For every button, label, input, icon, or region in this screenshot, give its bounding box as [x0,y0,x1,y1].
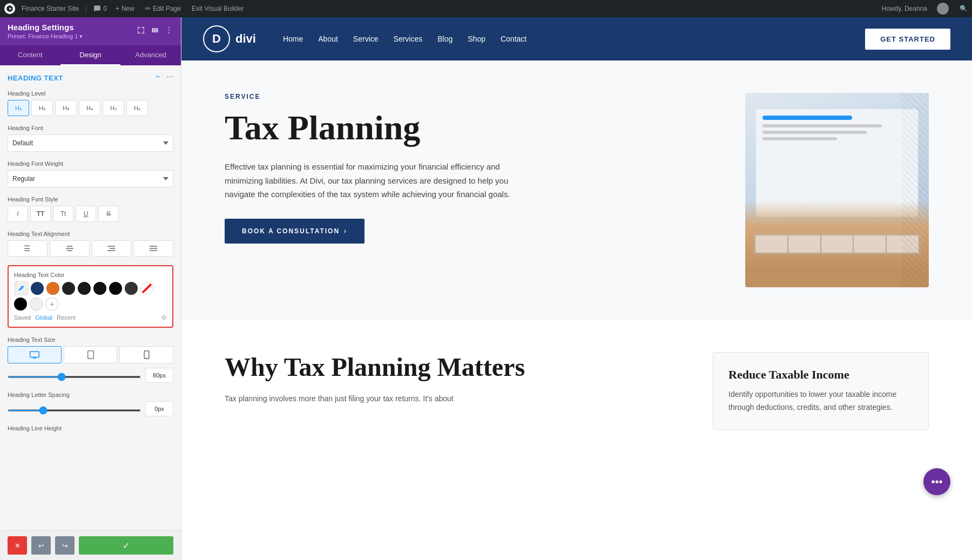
heading-text-color-section: Heading Text Color [8,265,173,328]
color-swatch-black[interactable] [14,298,27,311]
color-swatch-dark4[interactable] [109,282,122,295]
panel-preset[interactable]: Preset: Finance Heading 1 ▾ [8,33,83,40]
tab-advanced[interactable]: Advanced [120,45,181,65]
color-swatch-lightgray[interactable] [30,298,43,311]
mobile-device-button[interactable] [119,346,173,363]
edit-page-button[interactable]: ✏Edit Page [143,4,183,14]
nav-item-service[interactable]: Service [353,34,379,44]
size-slider[interactable] [8,376,141,378]
italic-button[interactable]: I [8,206,28,222]
settings-panel: Heading Settings Preset: Finance Heading… [0,17,181,560]
color-swatch-orange[interactable] [46,282,59,295]
section-options-icon[interactable] [166,73,173,83]
hero-text: SERVICE Tax Planning Effective tax plann… [225,93,713,244]
align-justify-button[interactable] [133,240,173,257]
section-collapse-icon[interactable] [154,73,161,83]
heading-font-weight-setting: Heading Font Weight Regular [8,160,173,187]
nav-menu: Home About Service Services Blog Shop Co… [283,34,526,44]
panel-columns-icon[interactable] [151,26,159,37]
h4-button[interactable]: H₄ [79,100,100,116]
svg-point-1 [168,27,170,28]
color-swatch-blue[interactable] [31,282,44,295]
panel-header-content: Heading Settings Preset: Finance Heading… [8,23,83,40]
heading-font-style-label: Heading Font Style [8,196,173,203]
panel-focus-icon[interactable] [137,26,145,37]
color-settings-gear-icon[interactable]: ⚙ [161,314,167,321]
heading-level-setting: Heading Level H₁ H₂ H₃ H₄ H₅ H₆ [8,90,173,116]
new-button[interactable]: +New [113,4,137,14]
nav-item-home[interactable]: Home [283,34,303,44]
page-content: SERVICE Tax Planning Effective tax plann… [181,60,972,462]
size-value-input[interactable] [145,368,173,383]
uppercase-button[interactable]: TT [30,206,51,222]
why-section: Why Tax Planning Matters Tax planning in… [181,320,972,462]
h1-button[interactable]: H₁ [8,100,29,116]
why-description: Tax planning involves more than just fil… [225,393,680,406]
color-swatch-dark1[interactable] [62,282,75,295]
svg-point-5 [169,76,170,77]
cancel-button[interactable]: ✕ [8,536,27,555]
tab-content[interactable]: Content [0,45,60,65]
color-eyedropper[interactable] [14,281,28,295]
cta-button[interactable]: BOOK A CONSULTATION › [225,219,364,244]
h6-button[interactable]: H₆ [126,100,148,116]
site-logo: D divi [203,25,256,52]
tab-design[interactable]: Design [60,45,121,65]
fab-button[interactable]: ••• [923,468,950,495]
nav-item-contact[interactable]: Contact [501,34,526,44]
color-swatch-dark3[interactable] [93,282,106,295]
heading-font-weight-select[interactable]: Regular [8,170,173,187]
heading-font-label: Heading Font [8,125,173,131]
h2-button[interactable]: H₂ [31,100,53,116]
color-tab-global[interactable]: Global [35,314,52,321]
section-header: Heading Text [8,73,173,83]
color-swatch-transparent[interactable] [140,282,153,295]
user-avatar [937,3,949,15]
panel-menu-icon[interactable] [165,26,173,37]
color-add-button[interactable]: + [45,298,58,311]
search-icon[interactable]: 🔍 [960,5,968,12]
underline-button[interactable]: U [76,206,96,222]
size-slider-wrap [8,370,141,380]
nav-item-shop[interactable]: Shop [468,34,485,44]
heading-text-size-setting: Heading Text Size [8,336,173,383]
svg-point-3 [168,32,170,33]
svg-point-18 [90,357,91,358]
redo-button[interactable]: ↪ [55,536,75,555]
exit-visual-builder-button[interactable]: Exit Visual Builder [190,4,246,14]
align-center-button[interactable] [50,240,90,257]
svg-point-6 [171,76,172,77]
capitalize-button[interactable]: Tt [53,206,73,222]
heading-font-weight-label: Heading Font Weight [8,160,173,167]
color-tab-saved[interactable]: Saved [14,314,31,321]
h5-button[interactable]: H₅ [103,100,124,116]
panel-body: Heading Text Heading Level H₁ H₂ H₃ [0,65,181,530]
cancel-icon: ✕ [15,542,21,550]
color-swatch-dark5[interactable] [125,282,138,295]
undo-button[interactable]: ↩ [31,536,51,555]
align-right-button[interactable] [92,240,132,257]
howdy-text: Howdy, Deanna [882,5,928,12]
align-left-button[interactable]: ☰ [8,240,48,257]
color-swatch-dark2[interactable] [78,282,91,295]
nav-item-blog[interactable]: Blog [437,34,453,44]
color-tab-recent[interactable]: Recent [57,314,76,321]
nav-item-about[interactable]: About [318,34,338,44]
h3-button[interactable]: H₃ [55,100,77,116]
section-header-icons [154,73,173,83]
nav-item-services[interactable]: Services [394,34,423,44]
heading-font-select[interactable]: Default [8,134,173,152]
color-swatches-row-1 [14,281,167,295]
letter-spacing-slider[interactable] [8,409,141,411]
hero-section: SERVICE Tax Planning Effective tax plann… [181,60,972,320]
tablet-device-button[interactable] [64,346,118,363]
strikethrough-button[interactable]: S [98,206,119,222]
letter-spacing-slider-row [8,401,173,416]
nav-cta-button[interactable]: GET STARTED [865,29,950,50]
desktop-device-button[interactable] [8,346,62,363]
heading-text-alignment-label: Heading Text Alignment [8,231,173,237]
save-button[interactable]: ✓ [79,536,173,555]
svg-point-2 [168,30,170,31]
letter-spacing-value-input[interactable] [145,401,173,416]
heading-text-alignment-setting: Heading Text Alignment ☰ [8,231,173,257]
